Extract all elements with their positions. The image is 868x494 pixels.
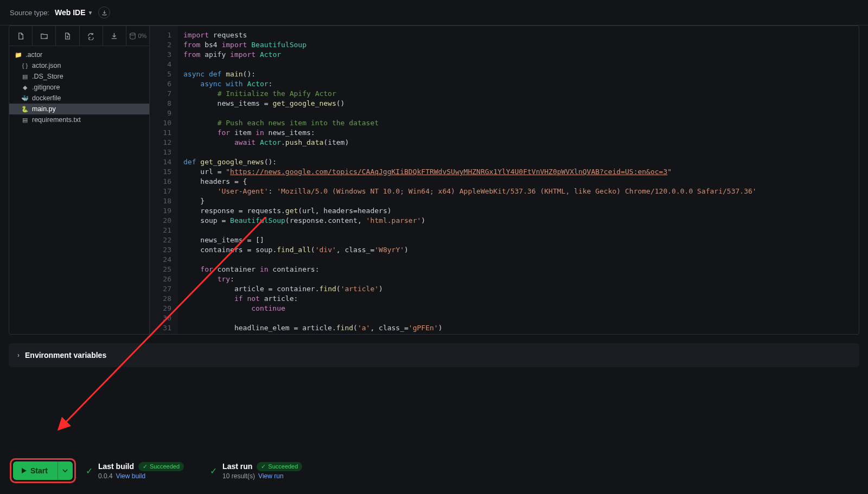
code-line: [183, 313, 859, 323]
env-vars-title: Environment variables: [25, 351, 106, 360]
code-line: headers = {: [183, 177, 859, 187]
view-build-link[interactable]: View build: [116, 472, 145, 480]
code-line: async def main():: [183, 69, 859, 79]
file-tree-item[interactable]: ◆.gitignore: [9, 82, 149, 93]
python-icon: 🐍: [21, 106, 29, 113]
bottom-bar: Start ✓ Last build ✓ Succeeded 0.0.4 Vie…: [0, 451, 868, 494]
download-button[interactable]: [98, 7, 110, 18]
code-line: news_items = get_google_news(): [183, 99, 859, 108]
file-name: requirements.txt: [32, 116, 81, 124]
docker-icon: 🐳: [21, 95, 29, 102]
code-line: url = "https://news.google.com/topics/CA…: [183, 167, 859, 177]
storage-indicator: 0%: [126, 26, 149, 46]
file-name: .gitignore: [32, 84, 60, 91]
check-icon: ✓: [143, 463, 148, 470]
line-gutter: 1234567891011121314151617181920212223242…: [150, 26, 178, 334]
code-line: def get_google_news():: [183, 157, 859, 167]
source-type-label: Source type:: [10, 9, 49, 17]
file-name: actor.json: [32, 62, 61, 69]
code-line: continue: [183, 304, 859, 313]
new-folder-button[interactable]: [33, 26, 56, 46]
file-name: main.py: [32, 105, 56, 113]
file-tree-item[interactable]: 🐍main.py: [9, 104, 149, 114]
file-name: .DS_Store: [32, 73, 63, 80]
check-icon: ✓: [210, 466, 217, 476]
code-line: soup = BeautifulSoup(response.content, '…: [183, 216, 859, 226]
file-tree-item[interactable]: ▤requirements.txt: [9, 114, 149, 125]
code-line: async with Actor:: [183, 79, 859, 89]
code-line: import requests: [183, 30, 859, 40]
sidebar-toolbar: 0%: [9, 26, 149, 46]
code-line: 'User-Agent': 'Mozilla/5.0 (Windows NT 1…: [183, 187, 859, 196]
last-run-group: ✓ Last run ✓ Succeeded 10 result(s) View…: [210, 462, 302, 480]
download-all-button[interactable]: [103, 26, 126, 46]
file-tree-item[interactable]: { }actor.json: [9, 60, 149, 71]
build-status-text: Succeeded: [150, 463, 180, 470]
folder-icon: 📁: [15, 52, 22, 59]
code-line: try:: [183, 274, 859, 284]
upload-file-button[interactable]: [56, 26, 79, 46]
source-type-selector[interactable]: Web IDE ▼: [55, 8, 93, 17]
svg-point-0: [130, 33, 135, 35]
run-status-text: Succeeded: [268, 463, 298, 470]
code-line: # Initialize the Apify Actor: [183, 89, 859, 99]
code-line: response = requests.get(url, headers=hea…: [183, 206, 859, 216]
last-build-label: Last build: [98, 462, 134, 471]
git-icon: ◆: [21, 84, 29, 91]
code-line: }: [183, 196, 859, 206]
file-name: .actor: [25, 51, 42, 59]
env-vars-section[interactable]: › Environment variables: [9, 343, 859, 367]
file-tree-item[interactable]: 📁.actor: [9, 49, 149, 60]
code-line: for item in news_items:: [183, 128, 859, 138]
code-line: # Push each news item into the dataset: [183, 118, 859, 128]
last-build-group: ✓ Last build ✓ Succeeded 0.0.4 View buil…: [86, 462, 184, 480]
code-line: for container in containers:: [183, 265, 859, 274]
code-line: [183, 60, 859, 69]
main-area: 0% 📁.actor{ }actor.json▤.DS_Store◆.gitig…: [0, 25, 868, 335]
run-status-badge: ✓ Succeeded: [257, 462, 302, 471]
start-highlight: Start: [10, 458, 76, 483]
check-icon: ✓: [261, 463, 266, 470]
play-icon: [21, 467, 27, 474]
top-bar: Source type: Web IDE ▼: [0, 0, 868, 25]
code-line: [183, 147, 859, 157]
code-line: [183, 255, 859, 265]
code-line: from bs4 import BeautifulSoup: [183, 40, 859, 50]
file-tree: 📁.actor{ }actor.json▤.DS_Store◆.gitignor…: [9, 46, 149, 129]
start-button[interactable]: Start: [13, 461, 58, 480]
code-line: headline_elem = article.find('a', class_…: [183, 323, 859, 333]
storage-pct: 0%: [138, 33, 146, 39]
file-icon: ▤: [21, 73, 29, 80]
code-line: article = container.find('article'): [183, 284, 859, 294]
chevron-right-icon: ›: [17, 351, 20, 359]
file-name: dockerfile: [32, 94, 61, 102]
code-line: [183, 226, 859, 235]
code-line: containers = soup.find_all('div', class_…: [183, 245, 859, 255]
code-editor[interactable]: 1234567891011121314151617181920212223242…: [150, 25, 859, 335]
check-icon: ✓: [86, 466, 93, 476]
run-results: 10 result(s): [222, 472, 255, 480]
code-line: if not article:: [183, 294, 859, 304]
new-file-button[interactable]: [9, 26, 33, 46]
last-run-label: Last run: [222, 462, 252, 471]
start-label: Start: [30, 466, 48, 475]
code-line: [183, 108, 859, 118]
txt-icon: ▤: [21, 117, 29, 124]
code-content[interactable]: import requestsfrom bs4 import Beautiful…: [178, 26, 859, 334]
json-icon: { }: [21, 62, 29, 69]
file-tree-item[interactable]: ▤.DS_Store: [9, 71, 149, 82]
chevron-down-icon: [62, 468, 68, 473]
code-line: from apify import Actor: [183, 50, 859, 60]
file-sidebar: 0% 📁.actor{ }actor.json▤.DS_Store◆.gitig…: [9, 25, 150, 335]
start-dropdown-button[interactable]: [58, 461, 73, 480]
view-run-link[interactable]: View run: [258, 472, 283, 480]
chevron-down-icon: ▼: [88, 10, 93, 16]
build-version: 0.0.4: [98, 472, 113, 480]
code-line: await Actor.push_data(item): [183, 138, 859, 147]
refresh-button[interactable]: [80, 26, 103, 46]
code-line: news_items = []: [183, 235, 859, 245]
file-tree-item[interactable]: 🐳dockerfile: [9, 93, 149, 104]
build-status-badge: ✓ Succeeded: [138, 462, 184, 471]
source-type-value: Web IDE: [55, 8, 86, 17]
